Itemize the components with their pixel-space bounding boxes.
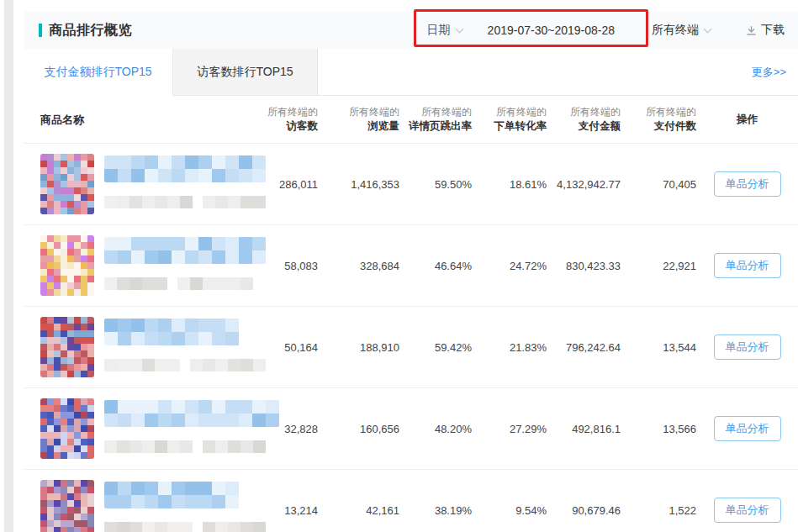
metric-column-header: 所有终端的 访客数 — [242, 96, 318, 143]
conversion-rate-value: 9.54% — [472, 504, 547, 517]
table-row: 32,828 160,656 48.20% 27.29% 492,816.1 1… — [24, 388, 798, 470]
column-header-action: 操作 — [696, 96, 798, 143]
conversion-rate-value: 24.72% — [472, 260, 547, 272]
tab-payment-ranking[interactable]: 支付金额排行TOP15 — [24, 49, 173, 96]
product-ranking-panel: 商品排行概览 日期 2019-07-30~2019-08-28 所有终端 下载 — [24, 12, 798, 532]
payment-amount-value: 796,242.64 — [547, 341, 621, 354]
product-cell — [24, 144, 242, 225]
pageviews-value: 188,910 — [318, 341, 399, 354]
table-row: 58,083 328,684 46.64% 24.72% 830,423.33 … — [24, 225, 798, 307]
visitors-value: 286,011 — [242, 178, 318, 191]
bounce-rate-value: 48.20% — [399, 423, 472, 435]
product-cell — [24, 388, 242, 470]
payment-units-value: 1,522 — [621, 504, 696, 517]
bounce-rate-value: 46.64% — [399, 260, 472, 272]
download-button[interactable]: 下载 — [746, 23, 785, 38]
single-item-analysis-button[interactable]: 单品分析 — [714, 253, 781, 278]
conversion-rate-value: 21.83% — [472, 341, 547, 354]
panel-header: 商品排行概览 日期 2019-07-30~2019-08-28 所有终端 下载 — [24, 12, 798, 49]
product-subtitle-redacted — [104, 522, 266, 532]
single-item-analysis-button[interactable]: 单品分析 — [714, 416, 781, 441]
date-range-value[interactable]: 2019-07-30~2019-08-28 — [488, 24, 615, 37]
product-subtitle-redacted — [104, 359, 266, 371]
action-cell: 单品分析 — [696, 334, 798, 360]
payment-units-value: 22,921 — [621, 260, 696, 272]
payment-amount-value: 830,423.33 — [547, 260, 621, 272]
metric-column-header: 所有终端的 下单转化率 — [472, 96, 547, 143]
bounce-rate-value: 38.19% — [399, 504, 472, 517]
payment-amount-value: 4,132,942.77 — [547, 178, 621, 191]
action-cell: 单品分析 — [696, 416, 798, 441]
tab-visitor-ranking[interactable]: 访客数排行TOP15 — [173, 49, 318, 95]
pageviews-value: 328,684 — [318, 260, 399, 272]
payment-amount-value: 492,816.1 — [547, 423, 621, 435]
bounce-rate-value: 59.50% — [399, 178, 472, 191]
chevron-down-icon — [455, 25, 463, 34]
metric-column-header: 所有终端的 详情页跳出率 — [399, 96, 472, 143]
pageviews-value: 160,656 — [318, 423, 399, 435]
table-body: 286,011 1,416,353 59.50% 18.61% 4,132,94… — [24, 144, 798, 532]
date-filter-dropdown[interactable]: 日期 — [427, 23, 462, 38]
payment-units-value: 70,405 — [621, 178, 696, 191]
payment-units-value: 13,566 — [621, 423, 696, 435]
tab-bar-filler: 更多>> — [318, 49, 798, 95]
payment-units-value: 13,544 — [621, 341, 696, 354]
terminal-filter-dropdown[interactable]: 所有终端 — [652, 23, 711, 38]
product-image[interactable] — [40, 317, 94, 377]
table-header-row: 商品名称 所有终端的 访客数 所有终端的 浏览量 所有终端的 详情页跳出率 所有… — [24, 96, 798, 144]
product-subtitle-redacted — [104, 440, 279, 453]
product-cell — [24, 307, 242, 388]
header-filters: 日期 2019-07-30~2019-08-28 所有终端 下载 — [427, 23, 785, 38]
title-accent-bar — [39, 24, 42, 37]
pageviews-value: 42,161 — [318, 504, 399, 517]
visitors-value: 32,828 — [242, 423, 318, 435]
tab-bar: 支付金额排行TOP15 访客数排行TOP15 更多>> — [24, 49, 798, 96]
page-title: 商品排行概览 — [49, 22, 132, 40]
table-row: 13,214 42,161 38.19% 9.54% 90,679.46 1,5… — [24, 470, 798, 532]
table-row: 286,011 1,416,353 59.50% 18.61% 4,132,94… — [24, 144, 798, 225]
terminal-filter-label: 所有终端 — [652, 23, 699, 38]
single-item-analysis-button[interactable]: 单品分析 — [714, 334, 781, 360]
action-cell: 单品分析 — [696, 498, 798, 523]
product-cell — [24, 470, 242, 532]
product-image[interactable] — [40, 235, 94, 296]
conversion-rate-value: 18.61% — [472, 178, 547, 191]
action-cell: 单品分析 — [696, 253, 798, 278]
metric-column-header: 所有终端的 浏览量 — [318, 96, 399, 143]
product-image[interactable] — [40, 154, 94, 214]
visitors-value: 58,083 — [242, 260, 318, 272]
download-label: 下载 — [761, 23, 785, 38]
metric-column-headers: 所有终端的 访客数 所有终端的 浏览量 所有终端的 详情页跳出率 所有终端的 下… — [242, 96, 696, 143]
product-image[interactable] — [40, 398, 94, 459]
visitors-value: 50,164 — [242, 341, 318, 354]
visitors-value: 13,214 — [242, 504, 318, 517]
table-row: 50,164 188,910 59.42% 21.83% 796,242.64 … — [24, 307, 798, 388]
date-filter-label: 日期 — [427, 23, 451, 38]
product-image[interactable] — [40, 480, 94, 532]
pageviews-value: 1,416,353 — [318, 178, 399, 191]
payment-amount-value: 90,679.46 — [547, 504, 621, 517]
product-cell — [24, 225, 242, 307]
single-item-analysis-button[interactable]: 单品分析 — [714, 498, 781, 523]
single-item-analysis-button[interactable]: 单品分析 — [714, 171, 781, 197]
chevron-down-icon — [704, 25, 712, 34]
page-left-gutter — [4, 0, 13, 532]
conversion-rate-value: 27.29% — [472, 423, 547, 435]
product-subtitle-redacted — [104, 196, 266, 208]
download-icon — [746, 25, 757, 36]
action-cell: 单品分析 — [696, 171, 798, 197]
column-header-product-name: 商品名称 — [24, 96, 242, 143]
product-subtitle-redacted — [104, 277, 266, 290]
bounce-rate-value: 59.42% — [399, 341, 472, 354]
more-link[interactable]: 更多>> — [752, 65, 786, 80]
metric-column-header: 所有终端的 支付金额 — [547, 96, 621, 143]
metric-column-header: 所有终端的 支付件数 — [621, 96, 696, 143]
